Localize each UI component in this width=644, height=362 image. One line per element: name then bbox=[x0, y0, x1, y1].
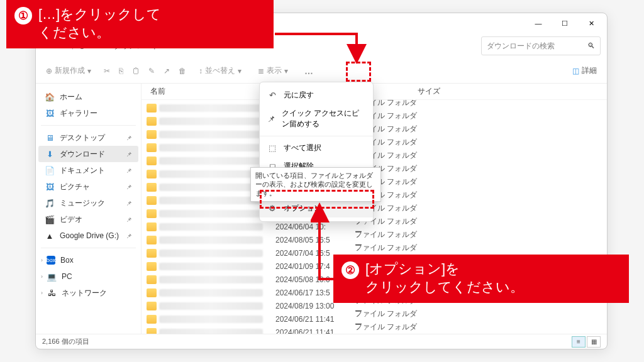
sidebar-home[interactable]: 🏠ホーム bbox=[38, 89, 138, 105]
delete-icon[interactable]: 🗑︎ bbox=[179, 67, 186, 75]
chevron-icon: › bbox=[41, 290, 43, 296]
picture-icon: 🖼 bbox=[45, 182, 55, 192]
file-row[interactable]: 2024/06/21 11:41ファイル フォルダー bbox=[147, 326, 602, 334]
file-name-redacted bbox=[159, 302, 263, 310]
item-count: 2,166 個の項目 bbox=[42, 337, 89, 346]
sidebar-desktop[interactable]: 🖥デスクトップ📌︎ bbox=[38, 129, 138, 146]
search-icon: 🔍︎ bbox=[587, 41, 595, 50]
folder-icon bbox=[147, 262, 157, 271]
document-icon: 📄 bbox=[45, 165, 55, 175]
divider bbox=[260, 136, 373, 136]
folder-icon bbox=[147, 288, 157, 297]
window-controls: — ☐ ✕ bbox=[525, 14, 604, 33]
folder-icon bbox=[147, 183, 157, 192]
file-name-redacted bbox=[159, 250, 263, 257]
annotation-text-2: [オプション]を クリックしてください。 bbox=[365, 260, 524, 296]
pin-icon: 📌︎ bbox=[126, 216, 132, 223]
file-date: 2024/06/21 11:41 bbox=[275, 328, 355, 334]
share-icon[interactable]: ↗ bbox=[164, 67, 170, 75]
sidebar-downloads[interactable]: ⬇ダウンロード📌︎ bbox=[38, 146, 138, 162]
menu-select-all[interactable]: ⬚すべて選択 bbox=[260, 139, 373, 157]
sidebar-pictures[interactable]: 🖼ピクチャ📌︎ bbox=[38, 178, 138, 195]
folder-icon bbox=[147, 275, 157, 284]
folder-icon bbox=[147, 222, 157, 231]
menu-undo[interactable]: ↶元に戻す bbox=[260, 86, 373, 104]
file-name-redacted bbox=[159, 315, 263, 323]
paste-icon[interactable]: 📋︎ bbox=[132, 67, 140, 75]
rename-icon[interactable]: ✎ bbox=[148, 67, 155, 75]
sort-button[interactable]: ↕ 並べ替え ▾ bbox=[195, 63, 245, 79]
col-size[interactable]: サイズ bbox=[418, 86, 455, 97]
file-type: ファイル フォルダー bbox=[355, 322, 418, 334]
file-name-redacted bbox=[159, 289, 263, 297]
statusbar: 2,166 個の項目 ≡ ▦ bbox=[36, 334, 607, 349]
details-button[interactable]: ◫ 詳細 bbox=[569, 63, 601, 79]
folder-icon bbox=[147, 143, 157, 152]
pin-icon: 📌︎ bbox=[126, 200, 132, 207]
annotation-num-2: ② bbox=[341, 261, 359, 279]
search-input[interactable]: ダウンロードの検索 🔍︎ bbox=[481, 36, 601, 55]
network-icon: 🖧 bbox=[47, 288, 57, 298]
file-name-redacted bbox=[159, 104, 263, 112]
view-mode-buttons: ≡ ▦ bbox=[572, 336, 601, 348]
folder-icon bbox=[147, 156, 157, 165]
gallery-icon: 🖼 bbox=[45, 108, 55, 118]
sidebar-gallery[interactable]: 🖼ギャラリー bbox=[38, 105, 138, 121]
file-name-redacted bbox=[159, 210, 263, 217]
folder-icon bbox=[147, 170, 157, 178]
annotation-num-1: ① bbox=[14, 7, 32, 25]
folder-icon bbox=[147, 104, 157, 112]
folder-icon bbox=[147, 130, 157, 139]
video-icon: 🎬 bbox=[45, 214, 55, 224]
desktop-icon: 🖥 bbox=[45, 133, 55, 143]
file-name-redacted bbox=[159, 263, 263, 270]
sidebar-pc[interactable]: ›💻PC bbox=[38, 268, 138, 285]
folder-icon bbox=[147, 209, 157, 218]
copy-icon[interactable]: ⎘ bbox=[119, 67, 123, 75]
pin-icon: 📌︎ bbox=[126, 151, 132, 158]
menu-pin-quick-access[interactable]: 📌︎クイック アクセスにピン留めする bbox=[260, 104, 373, 133]
folder-icon bbox=[147, 328, 157, 334]
thumbnails-view-button[interactable]: ▦ bbox=[587, 336, 601, 348]
divider bbox=[41, 125, 136, 126]
maximize-button[interactable]: ☐ bbox=[552, 14, 578, 33]
folder-icon bbox=[147, 302, 157, 310]
folder-icon bbox=[147, 117, 157, 126]
sidebar-network[interactable]: ›🖧ネットワーク bbox=[38, 285, 138, 301]
details-view-button[interactable]: ≡ bbox=[572, 336, 586, 348]
sidebar: 🏠ホーム 🖼ギャラリー 🖥デスクトップ📌︎ ⬇ダウンロード📌︎ 📄ドキュメント📌… bbox=[36, 84, 142, 334]
pin-icon: 📌︎ bbox=[126, 167, 132, 174]
music-icon: 🎵 bbox=[45, 198, 55, 208]
toolbar-right: ◫ 詳細 bbox=[569, 63, 601, 79]
col-name[interactable]: 名前 bbox=[147, 86, 275, 97]
file-name-redacted bbox=[159, 223, 263, 231]
search-placeholder: ダウンロードの検索 bbox=[487, 41, 555, 52]
sidebar-gdrive[interactable]: ▲Google Drive (G:)📌︎ bbox=[38, 228, 138, 244]
sidebar-documents[interactable]: 📄ドキュメント📌︎ bbox=[38, 162, 138, 178]
file-date: 2024/06/21 11:41 bbox=[275, 315, 355, 324]
sidebar-music[interactable]: 🎵ミュージック📌︎ bbox=[38, 195, 138, 211]
new-button[interactable]: ⊕ 新規作成 ▾ bbox=[42, 63, 95, 79]
pc-icon: 💻 bbox=[47, 272, 57, 282]
pin-icon: 📌︎ bbox=[126, 184, 132, 190]
file-name-redacted bbox=[159, 118, 263, 125]
cut-icon[interactable]: ✂ bbox=[104, 67, 110, 75]
file-name-redacted bbox=[159, 329, 263, 334]
folder-icon bbox=[147, 315, 157, 324]
folder-icon bbox=[147, 196, 157, 205]
arrow-to-more bbox=[274, 31, 368, 88]
file-name-redacted bbox=[159, 236, 263, 244]
sidebar-videos[interactable]: 🎬ビデオ📌︎ bbox=[38, 211, 138, 228]
close-button[interactable]: ✕ bbox=[578, 14, 604, 33]
box-icon: box bbox=[47, 256, 55, 265]
column-headers: 名前 更新日時 種類 サイズ bbox=[142, 84, 607, 100]
pin-icon: 📌︎ bbox=[126, 233, 132, 239]
undo-icon: ↶ bbox=[267, 90, 277, 100]
chevron-icon: › bbox=[41, 273, 43, 280]
file-name-redacted bbox=[159, 197, 263, 204]
file-name-redacted bbox=[159, 144, 263, 151]
sidebar-box[interactable]: ›boxBox bbox=[38, 252, 138, 268]
minimize-button[interactable]: — bbox=[525, 14, 552, 33]
file-name-redacted bbox=[159, 170, 263, 178]
file-name-redacted bbox=[159, 184, 263, 191]
